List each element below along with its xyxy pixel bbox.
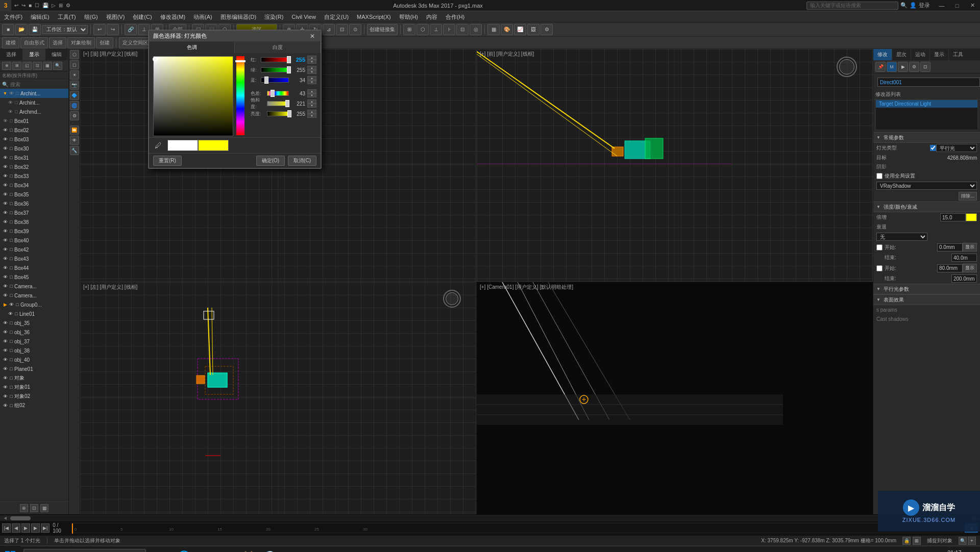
scene-item-box42[interactable]: 👁□Box42 (0, 245, 68, 254)
start-button[interactable] (0, 546, 20, 552)
si-spacewarps[interactable]: 🌀 (70, 101, 79, 110)
menu-file[interactable]: 文件(F) (0, 11, 27, 22)
scene-item-box40[interactable]: 👁□Box40 (0, 236, 68, 245)
scene-search-input[interactable] (10, 82, 69, 87)
cp-gradient-container[interactable] (153, 56, 233, 137)
rp-expand[interactable]: ⊡ (920, 62, 930, 72)
rp-modifier-item-tdl[interactable]: Target Directional Light (876, 100, 977, 108)
scene-item-group0[interactable]: ▶👁□Group0... (0, 300, 68, 309)
tb-array[interactable]: ⊞ (403, 24, 415, 35)
tb-scale[interactable]: ⊿ (323, 24, 335, 35)
cp-spinner-b[interactable]: ▲ ▼ (307, 76, 316, 84)
tb-app-ps[interactable]: 🌊 (259, 546, 280, 552)
scene-item-box38[interactable]: 👁□Box38 (0, 217, 68, 227)
cp-spinner-g[interactable]: ▲ ▼ (307, 66, 316, 74)
scene-item-obj36[interactable]: 👁□obj_36 (0, 328, 68, 337)
pt-btn5[interactable]: ▦ (43, 62, 52, 70)
rp-lighttype-checkbox[interactable] (930, 145, 936, 151)
menu-edit[interactable]: 编辑(E) (27, 11, 54, 22)
scene-item-box37[interactable]: 👁□Box37 (0, 208, 68, 217)
rp-near-start[interactable] (937, 243, 963, 252)
scene-item-archint1[interactable]: ▼ 👁 □ Archint... (0, 89, 68, 98)
cp-tab-whiteness[interactable]: 白度 (235, 42, 321, 53)
scene-item-box33[interactable]: 👁□Box33 (0, 171, 68, 181)
cp-thumb-h[interactable] (271, 90, 275, 97)
pb-btn1[interactable]: ⊕ (20, 504, 28, 512)
menu-maxscript[interactable]: MAXScript(X) (353, 11, 395, 22)
cp-track-g[interactable] (261, 67, 289, 72)
pb-btn3[interactable]: ▦ (40, 504, 48, 512)
cp-track-h[interactable] (267, 91, 289, 96)
sr-search[interactable]: 🔍 (959, 537, 967, 545)
si-systems[interactable]: ⚙ (70, 111, 79, 120)
menu-animation[interactable]: 动画(A) (189, 11, 216, 22)
si-lights[interactable]: ☀ (70, 70, 79, 80)
rp-lighttype-dropdown[interactable]: 平行光 (936, 144, 977, 152)
rp-decay-dropdown[interactable]: 无 (876, 233, 927, 241)
tb-pivot[interactable]: ⊙ (349, 24, 361, 35)
rp-section-parallel-header[interactable]: ▼ 平行光参数 (873, 284, 980, 294)
scene-item-obj02[interactable]: 👁□对象02 (0, 392, 68, 401)
cp-reset-btn[interactable]: 重置(R) (153, 156, 182, 166)
scroll-track[interactable] (10, 516, 970, 520)
workspace-dropdown[interactable]: 工作区：默认 (42, 25, 88, 34)
tb-app-edge[interactable]: 🌐 (174, 546, 194, 552)
tb-app-store[interactable]: 🛍 (216, 546, 237, 552)
rp-name-input[interactable] (877, 78, 980, 87)
tl-ruler[interactable]: 0 5 10 15 20 25 30 (71, 523, 963, 533)
tb-link[interactable]: 🔗 (125, 24, 137, 35)
si-cameras[interactable]: 📷 (70, 81, 79, 90)
scene-item-box02[interactable]: 👁 □ Box02 (0, 126, 68, 135)
rp-shadow-dropdown[interactable]: VRayShadow (876, 182, 977, 190)
rp-color-swatch[interactable] (966, 213, 977, 221)
tb-align[interactable]: ⊥ (430, 24, 442, 35)
rp-section-general-header[interactable]: ▼ 常规参数 (873, 133, 980, 143)
scene-item-plane01[interactable]: 👁□Plane01 (0, 364, 68, 373)
rp-far-end[interactable] (951, 274, 977, 283)
rp-tab-motion[interactable]: 运动 (911, 49, 930, 60)
scene-item-obj35[interactable]: 👁□obj_35 (0, 318, 68, 328)
cp-cancel-btn[interactable]: 取消(C) (288, 156, 316, 166)
si-helpers[interactable]: 🔷 (70, 91, 79, 100)
cp-spinner-h[interactable]: ▲ ▼ (307, 89, 316, 97)
cp-gradient-canvas[interactable] (153, 56, 233, 136)
rp-far-use[interactable] (876, 265, 883, 271)
scene-item-cam1[interactable]: 👁□Camera... (0, 282, 68, 291)
si-motion[interactable]: ⏩ (70, 126, 79, 135)
close-btn[interactable]: ✕ (965, 0, 980, 11)
cp-thumb-r[interactable] (287, 56, 291, 63)
menu-modifier[interactable]: 修改器(M) (156, 11, 190, 22)
menu-content[interactable]: 内容 (422, 11, 442, 22)
cp-close-btn[interactable]: ✕ (308, 32, 316, 40)
tl-prev-key[interactable]: |◀ (2, 523, 11, 533)
rp-params[interactable]: ⚙ (909, 62, 919, 72)
panel-tab-select[interactable]: 选择 (0, 49, 23, 60)
tb-place[interactable]: ⊡ (456, 24, 469, 35)
pt-btn3[interactable]: ◱ (22, 62, 32, 70)
cp-tab-hue[interactable]: 色调 (149, 42, 235, 53)
cp-track-r[interactable] (261, 57, 289, 62)
rp-modifier-list[interactable]: Target Directional Light (875, 99, 978, 130)
rp-near-end[interactable] (951, 254, 977, 262)
rp-multiplier-input[interactable] (940, 213, 966, 221)
menu-tools[interactable]: 工具(T) (54, 11, 80, 22)
pb-btn2[interactable]: ⊡ (30, 504, 38, 512)
scene-item-box43[interactable]: 👁□Box43 (0, 254, 68, 263)
rp-modifier-tab[interactable]: M (887, 62, 897, 72)
panel-tab-edit[interactable]: 编辑 (45, 49, 68, 60)
menu-render[interactable]: 渲染(R) (260, 11, 287, 22)
scene-item-archmd[interactable]: 👁 □ Archmd... (0, 107, 68, 116)
scene-item-obj38[interactable]: 👁□obj_38 (0, 346, 68, 355)
rp-section-intensity-header[interactable]: ▼ 强度/颜色/衰减 (873, 202, 980, 212)
tb-save[interactable]: 💾 (29, 24, 41, 35)
cp-hue-bar[interactable] (236, 56, 244, 135)
tb-layer[interactable]: ▦ (487, 24, 500, 35)
cp-spinner-s[interactable]: ▲ ▼ (307, 99, 316, 108)
scene-item-box03[interactable]: 👁 □ Box03 (0, 135, 68, 144)
pt-btn2[interactable]: ⊞ (12, 62, 21, 70)
menu-collab[interactable]: 合作(H) (442, 11, 469, 22)
scene-item-archint2[interactable]: 👁 □ Archint... (0, 98, 68, 107)
scene-item-box01[interactable]: 👁 □ Box01 (0, 116, 68, 126)
scene-item-grp02[interactable]: 👁□组02 (0, 401, 68, 410)
scene-item-cam2[interactable]: 👁□Camera... (0, 291, 68, 300)
